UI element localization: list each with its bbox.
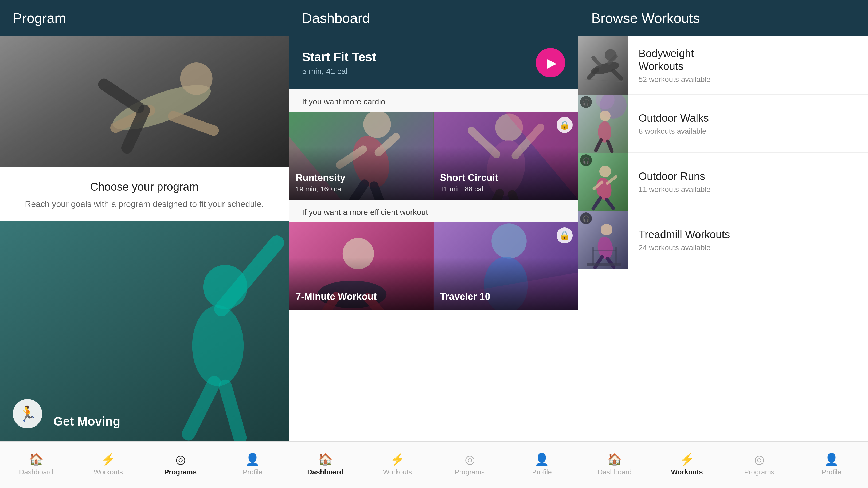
svg-point-66 xyxy=(599,165,611,177)
panel-program: Program xyxy=(0,0,289,488)
browse-header: Browse Workouts xyxy=(579,0,868,36)
svg-point-4 xyxy=(180,62,213,95)
profile-icon-p3: 👤 xyxy=(824,454,839,465)
browse-list: BodyweightWorkouts 52 workouts available xyxy=(579,36,868,441)
short-circuit-lock: 🔒 xyxy=(557,117,572,133)
nav-profile-p2[interactable]: 👤 Profile xyxy=(506,442,578,488)
fit-test-meta: 5 min, 41 cal xyxy=(302,67,376,76)
svg-point-58 xyxy=(600,110,611,121)
bolt-icon-p3: ⚡ xyxy=(680,454,694,465)
browse-item-title-outdoor-runs: Outdoor Runs xyxy=(639,170,710,183)
short-circuit-card[interactable]: 🔒 Short Circuit 11 min, 88 cal xyxy=(434,111,578,200)
svg-text:🎧: 🎧 xyxy=(583,157,590,164)
browse-item-outdoor-walks[interactable]: 🎧 Outdoor Walks 8 workouts available xyxy=(579,95,868,153)
bolt-icon: ⚡ xyxy=(101,454,116,465)
browse-info-outdoor-runs: Outdoor Runs 11 workouts available xyxy=(628,170,721,194)
browse-item-count-outdoor-walks: 8 workouts available xyxy=(639,127,709,136)
bolt-icon-p2: ⚡ xyxy=(390,454,405,465)
workout-grid-2: 7-Minute Workout xyxy=(289,222,578,310)
browse-item-title-treadmill: Treadmill Workouts xyxy=(639,228,730,241)
browse-thumb-outdoor-runs: 🎧 xyxy=(579,153,628,211)
nav-profile-p3[interactable]: 👤 Profile xyxy=(795,442,868,488)
traveler-card[interactable]: 🔒 Traveler 10 xyxy=(434,222,578,310)
play-button[interactable]: ▶ xyxy=(536,48,565,77)
dashboard-header: Dashboard xyxy=(289,0,578,36)
traveler-info: Traveler 10 xyxy=(434,285,578,310)
nav-programs-label-p3: Programs xyxy=(744,468,775,476)
fit-test-title: Start Fit Test xyxy=(302,50,376,64)
seven-min-card[interactable]: 7-Minute Workout xyxy=(289,222,434,310)
nav-dashboard-p2[interactable]: 🏠 Dashboard xyxy=(289,442,361,488)
nav-profile-label-p3: Profile xyxy=(822,468,842,476)
browse-item-bodyweight[interactable]: BodyweightWorkouts 52 workouts available xyxy=(579,36,868,95)
get-moving-label: Get Moving xyxy=(54,414,120,428)
nav-dashboard-p3[interactable]: 🏠 Dashboard xyxy=(579,442,651,488)
svg-text:🎧: 🎧 xyxy=(583,215,590,222)
fit-test-info: Start Fit Test 5 min, 41 cal xyxy=(302,50,376,76)
choose-program-subtitle: Reach your goals with a program designed… xyxy=(16,198,273,210)
panel3-bottom-nav: 🏠 Dashboard ⚡ Workouts ◎ Programs 👤 Prof… xyxy=(579,441,868,488)
nav-dashboard-p1[interactable]: 🏠 Dashboard xyxy=(0,442,72,488)
profile-icon-p2: 👤 xyxy=(534,454,549,465)
nav-workouts-label-p2: Workouts xyxy=(383,468,412,476)
nav-workouts-label-p3: Workouts xyxy=(671,468,703,476)
seven-min-name: 7-Minute Workout xyxy=(296,291,427,302)
browse-item-treadmill[interactable]: 🎧 Treadmill Workouts 24 workouts availab… xyxy=(579,211,868,269)
choose-program-title: Choose your program xyxy=(16,181,273,193)
browse-info-outdoor-walks: Outdoor Walks 8 workouts available xyxy=(628,111,719,136)
program-title: Program xyxy=(13,10,66,26)
browse-thumb-bodyweight xyxy=(579,36,628,95)
nav-dashboard-label-p1: Dashboard xyxy=(19,468,53,476)
nav-profile-label-p2: Profile xyxy=(532,468,552,476)
nav-workouts-p1[interactable]: ⚡ Workouts xyxy=(72,442,144,488)
nav-profile-label-p1: Profile xyxy=(243,468,262,476)
panel1-bottom-nav: 🏠 Dashboard ⚡ Workouts ◎ Programs 👤 Prof… xyxy=(0,441,289,488)
browse-item-title-bodyweight: BodyweightWorkouts xyxy=(639,47,710,73)
browse-thumb-outdoor-walks: 🎧 xyxy=(579,95,628,153)
workout-grid-1: Runtensity 19 min, 160 cal xyxy=(289,111,578,200)
program-text-section: Choose your program Reach your goals wit… xyxy=(0,167,289,221)
dashboard-title: Dashboard xyxy=(302,10,370,26)
short-circuit-name: Short Circuit xyxy=(440,172,572,184)
runtensity-meta: 19 min, 160 cal xyxy=(296,185,427,193)
svg-text:🎧: 🎧 xyxy=(583,99,590,106)
traveler-lock: 🔒 xyxy=(557,227,572,243)
short-circuit-info: Short Circuit 11 min, 88 cal xyxy=(434,166,578,200)
svg-rect-10 xyxy=(0,221,289,441)
nav-dashboard-label-p3: Dashboard xyxy=(598,468,632,476)
nav-dashboard-label-p2: Dashboard xyxy=(307,468,343,476)
home-icon-p3: 🏠 xyxy=(607,454,622,465)
fit-test-section: Start Fit Test 5 min, 41 cal ▶ xyxy=(289,36,578,89)
runtensity-card[interactable]: Runtensity 19 min, 160 cal xyxy=(289,111,434,200)
nav-programs-p1[interactable]: ◎ Programs xyxy=(145,442,217,488)
get-moving-card[interactable]: 🏃 Get Moving xyxy=(0,221,289,441)
get-moving-icon: 🏃 xyxy=(13,399,42,428)
runtensity-info: Runtensity 19 min, 160 cal xyxy=(289,166,434,200)
section1-label: If you want more cardio xyxy=(289,89,578,111)
home-icon: 🏠 xyxy=(29,454,43,465)
programs-icon-p2: ◎ xyxy=(465,454,475,465)
program-header: Program xyxy=(0,0,289,36)
nav-workouts-p3[interactable]: ⚡ Workouts xyxy=(651,442,723,488)
profile-icon: 👤 xyxy=(245,454,260,465)
play-icon: ▶ xyxy=(547,55,557,70)
runtensity-name: Runtensity xyxy=(296,172,427,184)
browse-item-count-bodyweight: 52 workouts available xyxy=(639,75,710,84)
seven-min-info: 7-Minute Workout xyxy=(289,285,434,310)
short-circuit-meta: 11 min, 88 cal xyxy=(440,185,572,193)
nav-programs-label-p1: Programs xyxy=(164,468,196,476)
browse-item-title-outdoor-walks: Outdoor Walks xyxy=(639,111,709,124)
browse-item-count-treadmill: 24 workouts available xyxy=(639,243,730,252)
nav-profile-p1[interactable]: 👤 Profile xyxy=(217,442,289,488)
svg-point-12 xyxy=(192,305,244,386)
browse-item-outdoor-runs[interactable]: 🎧 Outdoor Runs 11 workouts available xyxy=(579,153,868,211)
nav-programs-label-p2: Programs xyxy=(455,468,485,476)
programs-icon-p3: ◎ xyxy=(754,454,764,465)
browse-info-bodyweight: BodyweightWorkouts 52 workouts available xyxy=(628,47,721,84)
nav-programs-p3[interactable]: ◎ Programs xyxy=(723,442,796,488)
nav-workouts-p2[interactable]: ⚡ Workouts xyxy=(361,442,433,488)
nav-programs-p2[interactable]: ◎ Programs xyxy=(434,442,506,488)
home-icon-p2: 🏠 xyxy=(318,454,333,465)
traveler-name: Traveler 10 xyxy=(440,291,572,302)
panel2-bottom-nav: 🏠 Dashboard ⚡ Workouts ◎ Programs 👤 Prof… xyxy=(289,441,578,488)
